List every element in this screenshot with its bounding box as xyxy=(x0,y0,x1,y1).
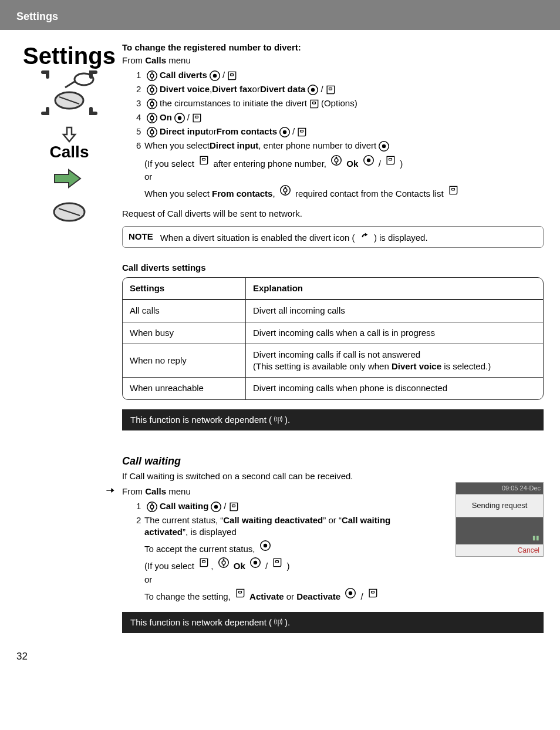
cw-step-1: 1 Call waiting / xyxy=(122,500,448,513)
table-heading: Call diverts settings xyxy=(122,262,544,274)
softkey-icon xyxy=(226,69,238,82)
settings-illustration xyxy=(37,70,102,123)
section1-heading: To change the registered number to diver… xyxy=(122,42,544,53)
center-key-icon xyxy=(259,539,272,552)
center-key-icon xyxy=(208,69,221,82)
cw-step-2: 2 The current status, “Call waiting deac… xyxy=(122,514,448,539)
arrow-bullet-icon xyxy=(102,486,119,495)
from-calls-line: From Calls menu xyxy=(122,55,544,66)
table-row: When no reply Divert incoming calls if c… xyxy=(123,344,543,378)
softkey-icon xyxy=(384,154,396,167)
table-row: All calls Divert all incoming calls xyxy=(123,300,543,321)
center-key-icon xyxy=(306,83,319,96)
softkey-icon xyxy=(234,587,246,600)
center-key-icon xyxy=(249,556,262,569)
step-3: 3 the circumstances to initiate the dive… xyxy=(122,97,544,110)
content-column: To change the registered number to diver… xyxy=(122,42,544,633)
screenshot-softkey-label: Cancel xyxy=(456,544,544,557)
step-6-sub-b: When you select From contacts, required … xyxy=(122,184,544,200)
note-label: NOTE xyxy=(129,231,153,243)
nav-key-icon xyxy=(279,184,292,197)
step-6-sub-a: (If you select after entering phone numb… xyxy=(122,154,544,170)
screenshot-body: ▮▮ xyxy=(456,517,544,544)
antenna-icon xyxy=(273,415,284,425)
center-key-icon xyxy=(377,140,390,153)
softkey-icon xyxy=(308,97,320,110)
antenna-icon xyxy=(273,617,284,628)
nav-key-icon xyxy=(146,500,158,513)
col-settings: Settings xyxy=(123,278,246,300)
divert-icon xyxy=(359,230,370,241)
nav-key-icon xyxy=(146,69,158,82)
softkey-icon xyxy=(228,500,239,513)
nav-key-icon xyxy=(330,154,343,167)
nav-key-icon xyxy=(146,126,158,139)
step-1: 1 Call diverts / xyxy=(122,69,544,82)
call-waiting-heading: Call waiting xyxy=(122,454,544,468)
page-header: Settings xyxy=(0,0,560,30)
page-number: 32 xyxy=(0,633,560,662)
step-2: 2 Divert voice, Divert fax or Divert dat… xyxy=(122,83,544,96)
center-key-icon xyxy=(344,587,357,600)
center-key-icon xyxy=(362,154,375,167)
step-5: 5 Direct input or From contacts / xyxy=(122,126,544,139)
softkey-icon xyxy=(296,126,308,139)
col-explanation: Explanation xyxy=(246,278,543,300)
nav-key-icon xyxy=(146,112,158,125)
phone-illustration xyxy=(46,196,93,225)
network-dependent-bar: This function is network dependent ( ). xyxy=(122,409,544,430)
sidebar-subtitle: Calls xyxy=(16,143,122,162)
table-row: When busy Divert incoming calls when a c… xyxy=(123,322,543,344)
step-4: 4 On / xyxy=(122,112,544,125)
header-title: Settings xyxy=(16,11,58,22)
note-box: NOTE When a divert situation is enabled … xyxy=(122,226,544,248)
step-6: 6 When you select Direct input, enter ph… xyxy=(122,140,544,153)
softkey-icon xyxy=(325,83,336,96)
softkey-icon xyxy=(198,154,210,167)
softkey-icon xyxy=(447,184,459,197)
softkey-icon xyxy=(271,556,283,569)
cw-if-line: (If you select , Ok / ) xyxy=(122,556,544,572)
nav-key-icon xyxy=(146,97,158,110)
left-sidebar: Settings Calls xyxy=(16,42,122,633)
svg-line-7 xyxy=(65,82,75,88)
cw-change-line: To change the setting, Activate or Deact… xyxy=(122,587,544,603)
svg-point-6 xyxy=(75,73,93,85)
center-key-icon xyxy=(173,112,186,125)
nav-key-icon xyxy=(217,556,230,569)
table-row: When unreachable Divert incoming calls w… xyxy=(123,377,543,399)
call-diverts-table: Settings Explanation All calls Divert al… xyxy=(122,277,544,400)
step-6-or: or xyxy=(122,171,544,183)
network-dependent-bar-2: This function is network dependent ( ). xyxy=(122,612,544,633)
cw-or: or xyxy=(122,574,544,586)
right-arrow-3d-icon xyxy=(49,164,90,193)
center-key-icon xyxy=(278,126,291,139)
softkey-icon xyxy=(367,587,379,600)
down-arrow-icon xyxy=(60,125,78,143)
table-header-row: Settings Explanation xyxy=(123,278,543,300)
request-line: Request of Call diverts will be sent to … xyxy=(122,208,544,220)
softkey-icon xyxy=(198,556,210,569)
softkey-icon xyxy=(191,112,203,125)
nav-key-icon xyxy=(146,83,158,96)
from-calls-line-2: From Calls menu xyxy=(122,486,544,497)
call-waiting-intro: If Call waiting is switched on a second … xyxy=(122,470,544,482)
arrow-bullet-icon xyxy=(102,55,119,64)
center-key-icon xyxy=(210,500,222,513)
